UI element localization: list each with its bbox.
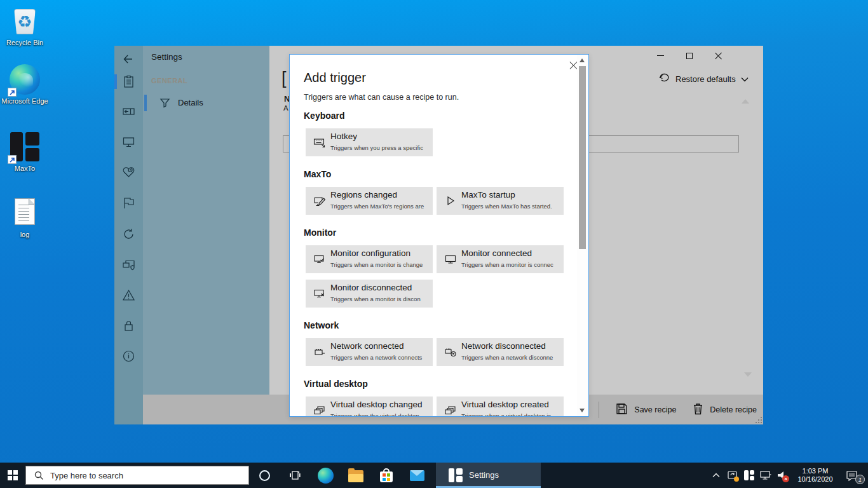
virtual-desktop-icon (313, 404, 326, 417)
network-tray-icon[interactable] (757, 463, 774, 488)
monitor-icon[interactable] (122, 135, 135, 149)
system-tray: × 1:03 PM 10/16/2020 1 (708, 463, 868, 488)
trigger-desc: Triggers when a virtual desktop is (461, 412, 551, 417)
taskbar-clock[interactable]: 1:03 PM 10/16/2020 (793, 467, 837, 484)
scroll-down-arrow[interactable] (744, 372, 752, 377)
scroll-up-arrow[interactable] (742, 99, 749, 104)
hotkey-box-icon[interactable] (122, 105, 135, 118)
section-heading-network: Network (304, 320, 339, 330)
taskbar-search-box[interactable] (25, 466, 249, 485)
trigger-monitor-connected[interactable]: Monitor connected Triggers when a monito… (437, 245, 564, 273)
maxto-icon (744, 470, 754, 480)
clock-date: 10/16/2020 (793, 475, 837, 484)
clipboard-icon[interactable] (122, 75, 135, 88)
settings-nav-panel: Settings GENERAL Details (143, 46, 269, 395)
cortana-button[interactable] (249, 463, 280, 488)
save-icon (616, 403, 628, 417)
nav-item-details[interactable]: Details (143, 94, 269, 112)
flag-icon[interactable] (122, 196, 135, 210)
windows-logo-icon (8, 470, 18, 480)
lock-icon[interactable] (122, 319, 135, 332)
microsoft-store-button[interactable] (371, 463, 402, 488)
desktop-icon-log[interactable]: log (0, 197, 50, 239)
add-trigger-dialog: Add trigger Triggers are what can cause … (289, 54, 589, 417)
minimize-button[interactable] (646, 46, 675, 65)
info-icon[interactable] (122, 349, 135, 363)
selected-item-indicator (144, 95, 147, 111)
desktop-icon-label: MaxTo (0, 165, 50, 173)
scrollbar-down-arrow[interactable] (580, 409, 585, 412)
trigger-maxto-startup[interactable]: MaxTo startup Triggers when MaxTo has st… (437, 187, 564, 215)
trigger-network-disconnected[interactable]: Network disconnected Triggers when a net… (437, 338, 564, 366)
occluded-icon-fragment: [ (281, 69, 289, 88)
save-recipe-button[interactable]: Save recipe (616, 403, 676, 417)
desktop-icon-label: Microsoft Edge (0, 97, 50, 105)
trigger-regions-changed[interactable]: Regions changed Triggers when MaxTo's re… (306, 187, 433, 215)
trigger-monitor-disconnected[interactable]: Monitor disconnected Triggers when a mon… (306, 280, 433, 308)
volume-tray-icon[interactable]: × (774, 463, 790, 488)
trigger-desc: Triggers when a monitor is discon (330, 295, 421, 302)
refresh-icon[interactable] (122, 227, 135, 241)
monitor-check-icon (313, 253, 326, 266)
recycle-bin-icon: ♻ (9, 5, 41, 37)
trigger-desc: Triggers when a network disconne (461, 354, 553, 361)
mail-button[interactable] (402, 463, 432, 488)
monitor-x-icon (313, 287, 326, 300)
screens-shield-icon[interactable] (122, 258, 135, 271)
taskbar-edge-button[interactable] (310, 463, 341, 488)
trigger-title: Hotkey (330, 132, 357, 141)
undo-icon (658, 72, 670, 86)
desktop-icon-recycle-bin[interactable]: ♻ Recycle Bin (0, 5, 50, 47)
trigger-virtual-desktop-changed[interactable]: Virtual desktop changed Triggers when th… (306, 396, 433, 417)
task-view-button[interactable] (280, 463, 310, 488)
taskbar: Settings (0, 463, 868, 488)
mail-icon (410, 470, 424, 481)
ethernet-network-icon (759, 470, 772, 481)
trigger-network-connected[interactable]: Network connected Triggers when a networ… (306, 338, 433, 366)
close-button[interactable] (704, 46, 733, 65)
health-icon[interactable] (122, 166, 135, 179)
maxto-icon (9, 131, 41, 163)
maximize-button[interactable] (675, 46, 704, 65)
trigger-desc: Triggers when a monitor is change (330, 261, 423, 268)
dialog-scrollbar[interactable] (577, 55, 588, 416)
scrollbar-thumb[interactable] (579, 66, 586, 249)
show-hidden-icons-button[interactable] (708, 463, 724, 488)
trigger-virtual-desktop-created[interactable]: Virtual desktop created Triggers when a … (437, 396, 564, 417)
task-view-icon (288, 469, 301, 482)
trigger-hotkey[interactable]: Hotkey Triggers when you press a specifi… (306, 128, 433, 156)
update-notification-tray-icon[interactable] (724, 463, 741, 488)
scrollbar-up-arrow[interactable] (580, 58, 585, 62)
search-input[interactable] (50, 471, 248, 480)
maxto-tray-icon[interactable] (741, 463, 757, 488)
trigger-title: Virtual desktop created (461, 400, 549, 409)
nav-item-label: Details (178, 98, 203, 107)
restore-defaults-button[interactable]: Restore defaults (658, 71, 749, 87)
occluded-text-fragment: A (283, 104, 289, 112)
shortcut-arrow-icon (8, 88, 17, 97)
warning-icon[interactable] (122, 288, 135, 302)
text-document-icon (9, 197, 41, 229)
desktop-icon-maxto[interactable]: MaxTo (0, 131, 50, 173)
window-icon-strip (114, 46, 143, 424)
start-button[interactable] (0, 463, 25, 488)
delete-recipe-button[interactable]: Delete recipe (693, 403, 757, 417)
file-explorer-button[interactable] (341, 463, 371, 488)
trigger-desc: Triggers when a monitor is connec (461, 261, 553, 268)
desktop-wallpaper: ♻ Recycle Bin Microsoft Edge MaxT (0, 0, 868, 488)
search-icon (34, 471, 44, 480)
trigger-desc: Triggers when you press a specific (330, 144, 423, 151)
action-center-button[interactable]: 1 (840, 463, 863, 488)
taskbar-task-settings[interactable]: Settings (436, 463, 541, 488)
trigger-title: Monitor connected (461, 248, 532, 258)
dialog-title: Add trigger (304, 71, 366, 85)
save-recipe-label: Save recipe (634, 405, 676, 414)
window-title: Settings (151, 52, 182, 62)
back-button[interactable] (122, 53, 135, 66)
edge-icon (318, 468, 334, 484)
resize-grip[interactable] (754, 416, 762, 423)
desktop-icon-label: log (0, 231, 50, 239)
desktop-icon-edge[interactable]: Microsoft Edge (0, 64, 50, 105)
section-heading-maxto: MaxTo (304, 169, 331, 179)
trigger-monitor-configuration[interactable]: Monitor configuration Triggers when a mo… (306, 245, 433, 273)
